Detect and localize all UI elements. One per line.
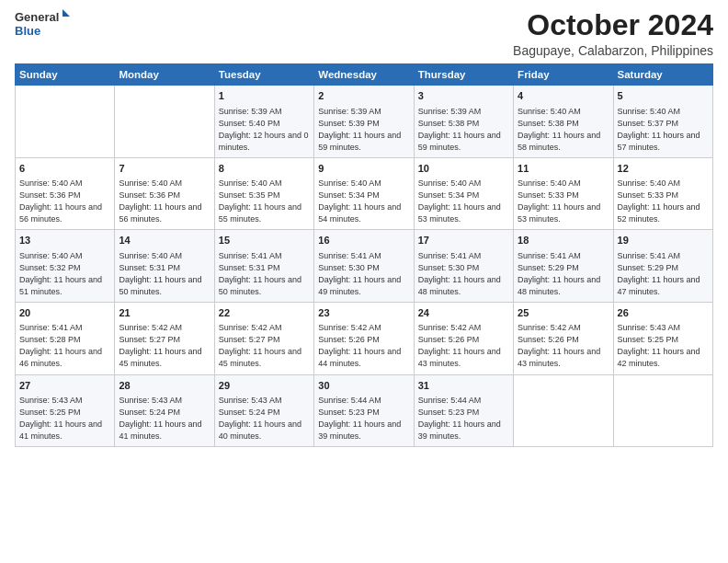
- calendar-cell: 13Sunrise: 5:40 AM Sunset: 5:32 PM Dayli…: [16, 230, 115, 303]
- day-info: Sunrise: 5:41 AM Sunset: 5:28 PM Dayligh…: [19, 322, 110, 370]
- col-header-tuesday: Tuesday: [214, 64, 313, 86]
- day-info: Sunrise: 5:41 AM Sunset: 5:29 PM Dayligh…: [618, 250, 709, 298]
- day-info: Sunrise: 5:44 AM Sunset: 5:23 PM Dayligh…: [318, 395, 409, 442]
- calendar-cell: 30Sunrise: 5:44 AM Sunset: 5:23 PM Dayli…: [314, 374, 414, 447]
- logo: General Blue: [15, 9, 70, 40]
- calendar-cell: 31Sunrise: 5:44 AM Sunset: 5:23 PM Dayli…: [414, 374, 513, 447]
- col-header-friday: Friday: [514, 64, 613, 86]
- day-number: 4: [518, 89, 609, 103]
- header: General Blue October 2024 Bagupaye, Cala…: [15, 9, 713, 58]
- calendar-cell: 6Sunrise: 5:40 AM Sunset: 5:36 PM Daylig…: [16, 157, 115, 230]
- day-number: 28: [119, 379, 210, 393]
- day-number: 21: [119, 306, 210, 320]
- calendar-cell: 1Sunrise: 5:39 AM Sunset: 5:40 PM Daylig…: [214, 86, 313, 158]
- day-info: Sunrise: 5:42 AM Sunset: 5:26 PM Dayligh…: [418, 322, 509, 370]
- day-number: 13: [19, 234, 110, 247]
- day-number: 22: [219, 306, 310, 320]
- day-number: 17: [418, 234, 509, 247]
- day-info: Sunrise: 5:40 AM Sunset: 5:34 PM Dayligh…: [418, 178, 509, 225]
- day-info: Sunrise: 5:40 AM Sunset: 5:37 PM Dayligh…: [618, 106, 709, 154]
- day-info: Sunrise: 5:40 AM Sunset: 5:31 PM Dayligh…: [119, 250, 210, 298]
- calendar-cell: 16Sunrise: 5:41 AM Sunset: 5:30 PM Dayli…: [314, 230, 414, 303]
- day-info: Sunrise: 5:42 AM Sunset: 5:26 PM Dayligh…: [518, 322, 609, 370]
- day-number: 31: [418, 379, 509, 393]
- calendar-cell: 2Sunrise: 5:39 AM Sunset: 5:39 PM Daylig…: [314, 86, 414, 158]
- week-row-1: 1Sunrise: 5:39 AM Sunset: 5:40 PM Daylig…: [16, 86, 713, 158]
- calendar-cell: 10Sunrise: 5:40 AM Sunset: 5:34 PM Dayli…: [414, 157, 513, 230]
- day-info: Sunrise: 5:41 AM Sunset: 5:30 PM Dayligh…: [318, 250, 409, 298]
- page: General Blue October 2024 Bagupaye, Cala…: [0, 0, 728, 563]
- day-number: 24: [418, 306, 509, 320]
- day-info: Sunrise: 5:39 AM Sunset: 5:38 PM Dayligh…: [418, 106, 509, 154]
- calendar-cell: 28Sunrise: 5:43 AM Sunset: 5:24 PM Dayli…: [115, 374, 214, 447]
- day-number: 23: [318, 306, 409, 320]
- calendar-cell: 3Sunrise: 5:39 AM Sunset: 5:38 PM Daylig…: [414, 86, 513, 158]
- day-number: 30: [318, 379, 409, 393]
- svg-text:General: General: [15, 10, 59, 24]
- calendar-cell: 7Sunrise: 5:40 AM Sunset: 5:36 PM Daylig…: [115, 157, 214, 230]
- col-header-monday: Monday: [115, 64, 214, 86]
- calendar-cell: 14Sunrise: 5:40 AM Sunset: 5:31 PM Dayli…: [115, 230, 214, 303]
- calendar-cell: 11Sunrise: 5:40 AM Sunset: 5:33 PM Dayli…: [514, 157, 613, 230]
- calendar-cell: 29Sunrise: 5:43 AM Sunset: 5:24 PM Dayli…: [214, 374, 313, 447]
- calendar-cell: 18Sunrise: 5:41 AM Sunset: 5:29 PM Dayli…: [514, 230, 613, 303]
- calendar-cell: 4Sunrise: 5:40 AM Sunset: 5:38 PM Daylig…: [514, 86, 613, 158]
- day-info: Sunrise: 5:43 AM Sunset: 5:24 PM Dayligh…: [219, 395, 310, 442]
- day-info: Sunrise: 5:42 AM Sunset: 5:26 PM Dayligh…: [318, 322, 409, 370]
- calendar-cell: 8Sunrise: 5:40 AM Sunset: 5:35 PM Daylig…: [214, 157, 313, 230]
- day-info: Sunrise: 5:40 AM Sunset: 5:34 PM Dayligh…: [318, 178, 409, 225]
- calendar-cell: [16, 86, 115, 158]
- day-number: 7: [119, 162, 210, 176]
- day-info: Sunrise: 5:39 AM Sunset: 5:40 PM Dayligh…: [219, 106, 310, 154]
- day-info: Sunrise: 5:44 AM Sunset: 5:23 PM Dayligh…: [418, 395, 509, 442]
- col-header-saturday: Saturday: [613, 64, 712, 86]
- week-row-4: 20Sunrise: 5:41 AM Sunset: 5:28 PM Dayli…: [16, 302, 713, 374]
- page-title: October 2024: [513, 9, 713, 41]
- col-header-thursday: Thursday: [414, 64, 513, 86]
- day-number: 8: [219, 162, 310, 176]
- day-number: 1: [219, 89, 310, 103]
- day-number: 9: [318, 162, 409, 176]
- day-info: Sunrise: 5:40 AM Sunset: 5:36 PM Dayligh…: [119, 178, 210, 225]
- calendar-cell: 5Sunrise: 5:40 AM Sunset: 5:37 PM Daylig…: [613, 86, 712, 158]
- day-info: Sunrise: 5:40 AM Sunset: 5:35 PM Dayligh…: [219, 178, 310, 225]
- week-row-2: 6Sunrise: 5:40 AM Sunset: 5:36 PM Daylig…: [16, 157, 713, 230]
- day-info: Sunrise: 5:39 AM Sunset: 5:39 PM Dayligh…: [318, 106, 409, 154]
- calendar-cell: 27Sunrise: 5:43 AM Sunset: 5:25 PM Dayli…: [16, 374, 115, 447]
- day-number: 19: [618, 234, 709, 247]
- calendar-cell: 21Sunrise: 5:42 AM Sunset: 5:27 PM Dayli…: [115, 302, 214, 374]
- day-info: Sunrise: 5:40 AM Sunset: 5:33 PM Dayligh…: [618, 178, 709, 225]
- calendar-cell: 9Sunrise: 5:40 AM Sunset: 5:34 PM Daylig…: [314, 157, 414, 230]
- day-number: 11: [518, 162, 609, 176]
- calendar-cell: [514, 374, 613, 447]
- page-subtitle: Bagupaye, Calabarzon, Philippines: [513, 43, 713, 58]
- day-info: Sunrise: 5:41 AM Sunset: 5:29 PM Dayligh…: [518, 250, 609, 298]
- day-info: Sunrise: 5:43 AM Sunset: 5:24 PM Dayligh…: [119, 395, 210, 442]
- calendar-cell: 22Sunrise: 5:42 AM Sunset: 5:27 PM Dayli…: [214, 302, 313, 374]
- calendar-cell: [613, 374, 712, 447]
- calendar-cell: 24Sunrise: 5:42 AM Sunset: 5:26 PM Dayli…: [414, 302, 513, 374]
- day-info: Sunrise: 5:41 AM Sunset: 5:31 PM Dayligh…: [219, 250, 310, 298]
- calendar-cell: 23Sunrise: 5:42 AM Sunset: 5:26 PM Dayli…: [314, 302, 414, 374]
- day-number: 15: [219, 234, 310, 247]
- calendar-cell: 12Sunrise: 5:40 AM Sunset: 5:33 PM Dayli…: [613, 157, 712, 230]
- day-number: 18: [518, 234, 609, 247]
- day-number: 16: [318, 234, 409, 247]
- day-number: 6: [19, 162, 110, 176]
- col-header-wednesday: Wednesday: [314, 64, 414, 86]
- calendar-cell: 25Sunrise: 5:42 AM Sunset: 5:26 PM Dayli…: [514, 302, 613, 374]
- day-number: 5: [618, 89, 709, 103]
- calendar-cell: 17Sunrise: 5:41 AM Sunset: 5:30 PM Dayli…: [414, 230, 513, 303]
- calendar-cell: 26Sunrise: 5:43 AM Sunset: 5:25 PM Dayli…: [613, 302, 712, 374]
- day-info: Sunrise: 5:42 AM Sunset: 5:27 PM Dayligh…: [119, 322, 210, 370]
- day-number: 12: [618, 162, 709, 176]
- day-info: Sunrise: 5:40 AM Sunset: 5:32 PM Dayligh…: [19, 250, 110, 298]
- week-row-3: 13Sunrise: 5:40 AM Sunset: 5:32 PM Dayli…: [16, 230, 713, 303]
- day-number: 26: [618, 306, 709, 320]
- day-number: 25: [518, 306, 609, 320]
- calendar-cell: [115, 86, 214, 158]
- day-info: Sunrise: 5:43 AM Sunset: 5:25 PM Dayligh…: [618, 322, 709, 370]
- day-info: Sunrise: 5:42 AM Sunset: 5:27 PM Dayligh…: [219, 322, 310, 370]
- header-row: SundayMondayTuesdayWednesdayThursdayFrid…: [16, 64, 713, 86]
- day-number: 29: [219, 379, 310, 393]
